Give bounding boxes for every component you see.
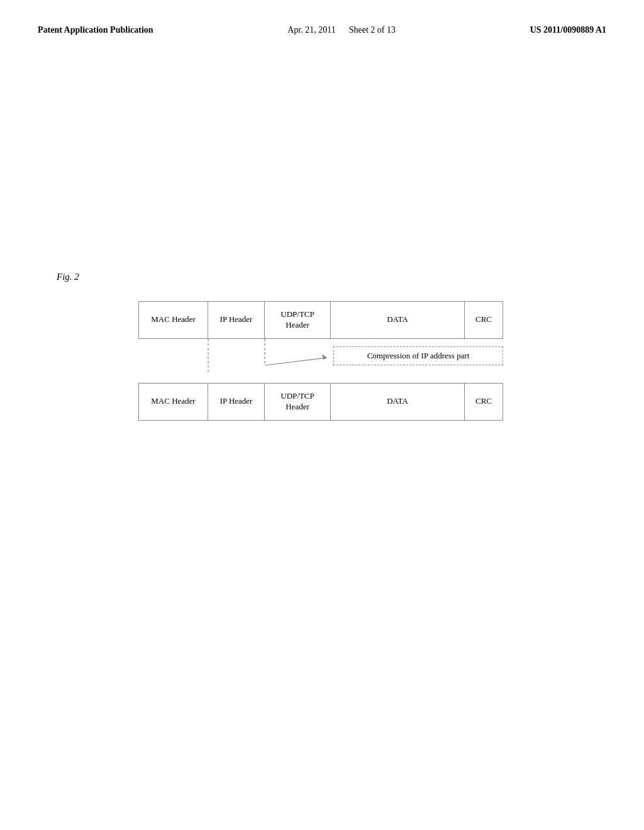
bottom-packet-row: MAC Header IP Header UDP/TCP Header DATA…	[138, 383, 503, 421]
bottom-udptcp-cell: UDP/TCP Header	[265, 384, 331, 420]
top-mac-cell: MAC Header	[139, 302, 208, 338]
svg-line-2	[265, 358, 327, 365]
compression-label-box: Compression of IP address part	[333, 346, 503, 365]
top-udptcp-cell: UDP/TCP Header	[265, 302, 331, 338]
bottom-mac-cell: MAC Header	[139, 384, 208, 420]
top-ip-cell: IP Header	[208, 302, 265, 338]
page: Patent Application Publication Apr. 21, …	[0, 0, 644, 830]
figure-label: Fig. 2	[57, 272, 606, 282]
header-sheet: Sheet 2 of 13	[349, 25, 396, 35]
top-data-cell: DATA	[331, 302, 465, 338]
page-header: Patent Application Publication Apr. 21, …	[38, 25, 606, 39]
header-left-label: Patent Application Publication	[38, 25, 153, 35]
header-center-info: Apr. 21, 2011 Sheet 2 of 13	[287, 25, 396, 35]
header-date: Apr. 21, 2011	[287, 25, 335, 35]
bottom-data-cell: DATA	[331, 384, 465, 420]
bottom-crc-cell: CRC	[465, 384, 502, 420]
diagram-container: MAC Header IP Header UDP/TCP Header DATA…	[138, 301, 503, 421]
compression-area: Compression of IP address part	[138, 339, 503, 383]
header-patent-number: US 2011/0090889 A1	[530, 25, 606, 35]
bottom-ip-cell: IP Header	[208, 384, 265, 420]
top-crc-cell: CRC	[465, 302, 502, 338]
svg-marker-3	[322, 354, 327, 360]
top-packet-row: MAC Header IP Header UDP/TCP Header DATA…	[138, 301, 503, 339]
